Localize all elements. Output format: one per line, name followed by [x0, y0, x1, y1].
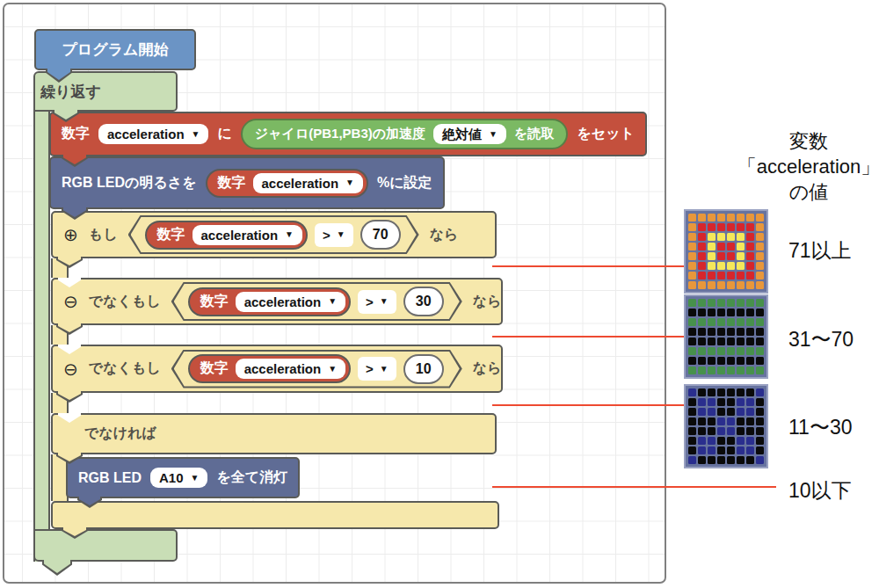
led-cell: [756, 223, 764, 231]
led-cell: [698, 309, 706, 316]
set-variable-block[interactable]: 数字 acceleration ▼ に ジャイロ(PB1,PB3)の加速度 絶対…: [49, 112, 647, 156]
panel-title-line: の値: [721, 179, 879, 205]
number-variable-pill[interactable]: 数字 acceleration ▼: [188, 287, 351, 316]
led-cell: [737, 417, 745, 425]
condition-slot[interactable]: 数字 acceleration ▼ > ▼ 70: [128, 215, 419, 254]
led-cell: [688, 398, 696, 406]
led-cell: [746, 272, 754, 279]
led-cell: [717, 233, 725, 241]
variable-dropdown[interactable]: acceleration ▼: [98, 124, 208, 144]
led-cell: [756, 437, 764, 445]
led-cell: [746, 252, 754, 260]
variable-dropdown-value: acceleration: [107, 127, 185, 141]
led-matrix-high: [684, 209, 768, 294]
led-cell: [746, 388, 754, 396]
led-cell: [688, 214, 696, 221]
led-cell: [746, 437, 754, 445]
operator-value: >: [366, 362, 374, 375]
led-cell: [756, 338, 764, 345]
variable-dropdown[interactable]: acceleration ▼: [236, 359, 345, 379]
condition-slot[interactable]: 数字 acceleration ▼ > ▼ 30: [171, 282, 462, 321]
led-cell: [746, 233, 754, 241]
led-cell: [746, 309, 754, 316]
variable-dropdown[interactable]: acceleration ▼: [193, 225, 302, 245]
elseif-block-header[interactable]: ⊖ でなくもし 数字 acceleration ▼ > ▼ 30 なら: [51, 278, 503, 325]
brightness-block[interactable]: RGB LEDの明るさを 数字 acceleration ▼ %に設定: [49, 156, 445, 209]
led-cell: [717, 398, 725, 406]
led-cell: [737, 318, 745, 326]
elseif-block-header[interactable]: ⊖ でなくもし 数字 acceleration ▼ > ▼ 10 なら: [51, 345, 503, 393]
led-cell: [756, 328, 764, 336]
elseif-keyword: でなくもし: [89, 293, 161, 311]
repeat-label: 繰り返す: [40, 82, 101, 102]
led-cell: [727, 233, 735, 241]
led-cell: [717, 243, 725, 250]
number-input[interactable]: 70: [360, 220, 401, 250]
led-cell: [746, 338, 754, 345]
range-label: 10以下: [788, 477, 852, 505]
number-variable-pill[interactable]: 数字 acceleration ▼: [188, 354, 351, 383]
operator-dropdown[interactable]: > ▼: [315, 223, 353, 247]
led-cell: [727, 456, 735, 464]
if-block-header[interactable]: ⊕ もし 数字 acceleration ▼ > ▼ 70 なら: [51, 211, 497, 258]
else-block-header[interactable]: でなければ: [51, 413, 497, 454]
led-cell: [708, 408, 716, 416]
led-cell: [708, 427, 716, 435]
dropdown-arrow-icon: ▼: [328, 365, 337, 374]
repeat-block-spine[interactable]: [33, 88, 50, 562]
led-cell: [698, 408, 706, 416]
led-cell: [708, 243, 716, 250]
led-cell: [708, 367, 716, 374]
number-input[interactable]: 10: [403, 354, 444, 384]
led-cell: [698, 427, 706, 435]
led-cell: [746, 427, 754, 435]
led-cell: [688, 299, 696, 307]
gyro-read-block[interactable]: ジャイロ(PB1,PB3)の加速度 絶対値 ▼ を読取: [241, 119, 569, 149]
number-variable-pill[interactable]: 数字 acceleration ▼: [206, 169, 368, 198]
led-cell: [708, 309, 716, 316]
led-cell: [698, 252, 706, 260]
led-cell: [737, 281, 745, 289]
led-cell: [737, 328, 745, 336]
led-cell: [708, 214, 716, 221]
led-cell: [727, 309, 735, 316]
variable-dropdown[interactable]: acceleration ▼: [236, 292, 345, 312]
led-cell: [717, 328, 725, 336]
collapse-icon[interactable]: ⊖: [63, 360, 78, 378]
pill-num-label: 数字: [157, 226, 185, 244]
condition-slot[interactable]: 数字 acceleration ▼ > ▼ 10: [171, 350, 462, 388]
port-dropdown[interactable]: A10 ▼: [150, 468, 207, 488]
led-cell: [746, 318, 754, 326]
led-cell: [698, 233, 706, 241]
led-cell: [698, 272, 706, 279]
expand-icon[interactable]: ⊕: [63, 226, 78, 243]
operator-dropdown[interactable]: > ▼: [358, 357, 396, 381]
led-cell: [746, 281, 754, 289]
if-block-footer[interactable]: [51, 501, 499, 529]
led-cell: [688, 388, 696, 396]
collapse-icon[interactable]: ⊖: [63, 293, 78, 310]
led-cell: [737, 223, 745, 231]
gyro-read-label: を読取: [514, 126, 554, 142]
led-cell: [737, 252, 745, 260]
led-cell: [708, 357, 716, 365]
operator-dropdown[interactable]: > ▼: [358, 290, 396, 314]
led-cell: [727, 272, 735, 279]
led-cell: [717, 446, 725, 454]
number-variable-pill[interactable]: 数字 acceleration ▼: [145, 221, 308, 250]
led-cell: [688, 262, 696, 270]
led-cell: [756, 357, 764, 365]
start-block[interactable]: プログラム開始: [34, 29, 196, 70]
variable-dropdown[interactable]: acceleration ▼: [253, 173, 363, 193]
number-input[interactable]: 30: [403, 287, 444, 316]
repeat-block-footer[interactable]: [33, 529, 178, 562]
led-off-block[interactable]: RGB LED A10 ▼ を全て消灯: [66, 457, 300, 498]
led-cell: [756, 318, 764, 326]
led-cell: [717, 417, 725, 425]
abs-dropdown[interactable]: 絶対値 ▼: [433, 124, 506, 144]
led-cell: [698, 417, 706, 425]
led-cell: [756, 299, 764, 307]
led-cell: [737, 367, 745, 374]
led-cell: [746, 357, 754, 365]
led-cell: [727, 338, 735, 345]
